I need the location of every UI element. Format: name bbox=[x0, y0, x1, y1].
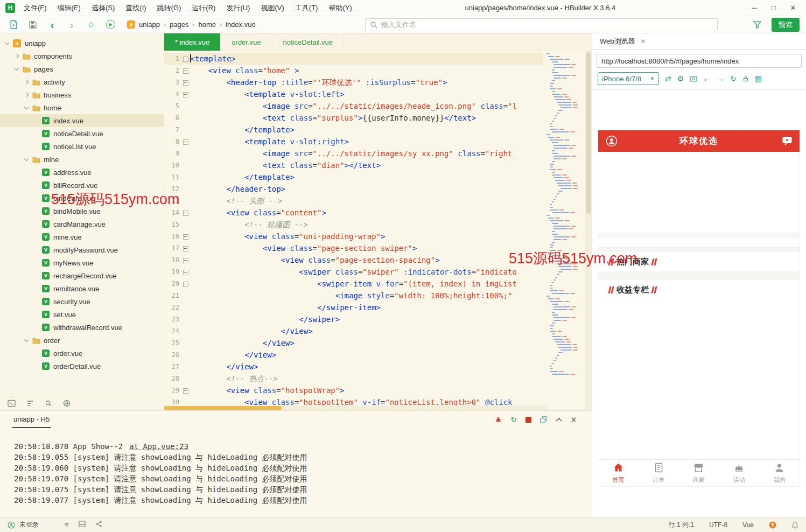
navigate-back-icon[interactable]: ‹ bbox=[45, 19, 59, 31]
favorite-icon[interactable]: ☆ bbox=[84, 19, 98, 31]
code-line[interactable]: 4 <template v-slot:left> bbox=[164, 88, 543, 100]
fold-marker[interactable] bbox=[183, 80, 190, 88]
code-line[interactable]: 13 <!-- 头部 --> bbox=[164, 195, 543, 207]
menu-item[interactable]: 发行(U) bbox=[221, 0, 255, 16]
refresh-icon[interactable]: ↻ bbox=[730, 74, 737, 83]
app-tab-shop[interactable]: 商家 bbox=[679, 460, 719, 486]
tree-file-modifyPassword.vue[interactable]: VmodifyPassword.vue bbox=[0, 243, 164, 256]
run-icon[interactable]: ▶ bbox=[103, 19, 117, 31]
menu-item[interactable]: 查找(I) bbox=[120, 0, 151, 16]
code-line[interactable]: 2 <view class="home" > bbox=[164, 65, 543, 76]
update-icon[interactable] bbox=[769, 521, 776, 529]
code-line[interactable]: 22 </swiper-item> bbox=[164, 302, 543, 313]
panel-icon[interactable] bbox=[79, 521, 86, 529]
code-line[interactable]: 24 </view> bbox=[164, 325, 543, 337]
code-line[interactable]: 15 <!-- 轮播图 --> bbox=[164, 219, 543, 230]
app-tab-activity[interactable]: 活动 bbox=[719, 460, 759, 486]
rotate-device-icon[interactable]: ⇄ bbox=[665, 74, 671, 83]
device-select[interactable]: iPhone 6/7/8 ▼ bbox=[598, 72, 659, 85]
language-mode[interactable]: Vue bbox=[742, 521, 754, 529]
code-line[interactable]: 18 <view class="page-section-spacing"> bbox=[164, 254, 543, 266]
code-area[interactable]: 1<template>2 <view class="home" >3 <head… bbox=[164, 51, 543, 410]
breadcrumb-item[interactable]: home bbox=[198, 20, 216, 29]
tree-file-set.vue[interactable]: Vset.vue bbox=[0, 308, 164, 321]
code-line[interactable]: 26 </view> bbox=[164, 349, 543, 361]
menu-item[interactable]: 帮助(Y) bbox=[323, 0, 357, 16]
tree-file-rechargeRecord.vue[interactable]: VrechargeRecord.vue bbox=[0, 269, 164, 282]
tree-folder-business[interactable]: business bbox=[0, 88, 164, 101]
code-line[interactable]: 20 <swiper-item v-for="(item, index) in … bbox=[164, 278, 543, 290]
notice-bar[interactable] bbox=[598, 237, 800, 248]
code-line[interactable]: 27 </view> bbox=[164, 361, 543, 373]
sync-icon[interactable] bbox=[63, 400, 71, 407]
tree-file-noticeDetail.vue[interactable]: VnoticeDetail.vue bbox=[0, 127, 164, 140]
avatar-icon[interactable] bbox=[606, 135, 618, 147]
chevron-right-icon[interactable] bbox=[15, 54, 19, 58]
chevron-down-icon[interactable] bbox=[24, 337, 29, 341]
chevron-right-icon[interactable] bbox=[24, 80, 29, 84]
browser-tab[interactable]: Web浏览器 bbox=[600, 37, 635, 46]
menu-item[interactable]: 编辑(E) bbox=[52, 0, 86, 16]
breadcrumb-item[interactable]: uniapp bbox=[139, 20, 160, 29]
banner-swiper[interactable] bbox=[598, 152, 800, 233]
editor-tab[interactable]: noticeDetail.vue bbox=[272, 33, 345, 51]
tree-file-remittance.vue[interactable]: Vremittance.vue bbox=[0, 282, 164, 295]
code-line[interactable]: 21 <image style="width: 100%;height:100%… bbox=[164, 290, 543, 302]
code-line[interactable]: 16 <view class="uni-padding-wrap"> bbox=[164, 230, 543, 242]
menu-item[interactable]: 跳转(G) bbox=[152, 0, 187, 16]
code-line[interactable]: 29 <view class="hotspotWrap"> bbox=[164, 384, 543, 396]
fold-marker[interactable] bbox=[183, 92, 190, 100]
editor-tab[interactable]: order.vue bbox=[221, 33, 272, 51]
sort-icon[interactable] bbox=[26, 400, 34, 407]
tree-root-uniapp[interactable]: u uniapp bbox=[0, 37, 164, 50]
tree-folder-activity[interactable]: activity bbox=[0, 75, 164, 88]
chevron-down-icon[interactable] bbox=[24, 104, 29, 109]
breadcrumb-item[interactable]: index.vue bbox=[226, 20, 256, 29]
bell-icon[interactable] bbox=[791, 521, 798, 529]
debug-icon[interactable] bbox=[495, 416, 502, 423]
tree-folder-pages[interactable]: pages bbox=[0, 62, 164, 75]
close-icon[interactable]: ✕ bbox=[641, 38, 646, 45]
tree-folder-home[interactable]: home bbox=[0, 101, 164, 114]
scrollbar-thumb[interactable] bbox=[586, 52, 591, 214]
close-button[interactable]: ✕ bbox=[783, 0, 803, 16]
detach-icon[interactable] bbox=[540, 416, 547, 423]
login-status[interactable]: 未登录 bbox=[19, 520, 39, 529]
vertical-scrollbar[interactable] bbox=[585, 51, 592, 410]
code-line[interactable]: 12 </header-top> bbox=[164, 183, 543, 195]
code-line[interactable]: 3 <header-top :title="'环球优选'" :isSurplus… bbox=[164, 76, 543, 88]
share-icon[interactable] bbox=[95, 521, 102, 529]
tree-file-noticeList.vue[interactable]: VnoticeList.vue bbox=[0, 140, 164, 153]
navigate-forward-icon[interactable]: › bbox=[65, 19, 79, 31]
stop-icon[interactable] bbox=[525, 417, 531, 423]
horizontal-scrollbar[interactable] bbox=[164, 405, 546, 410]
code-line[interactable]: 10 <text class="dian"></text> bbox=[164, 159, 543, 171]
message-icon[interactable] bbox=[782, 136, 793, 146]
restart-icon[interactable]: ↻ bbox=[510, 415, 517, 424]
code-line[interactable]: 6 <text class="surplus">{{userInfo.money… bbox=[164, 112, 543, 124]
editor-tab[interactable]: * index.vue bbox=[164, 33, 221, 51]
lock-icon[interactable] bbox=[742, 75, 749, 82]
code-line[interactable]: 19 <swiper class="swiper" :indicator-dot… bbox=[164, 266, 543, 278]
code-line[interactable]: 25 </view> bbox=[164, 337, 543, 349]
url-input[interactable] bbox=[597, 57, 801, 65]
menu-item[interactable]: 视图(V) bbox=[255, 0, 289, 16]
clear-console-icon[interactable]: ✕ bbox=[571, 416, 577, 424]
scrollbar-thumb[interactable] bbox=[164, 406, 282, 410]
code-line[interactable]: 8 <template v-slot:right> bbox=[164, 136, 543, 148]
fold-marker[interactable] bbox=[183, 388, 190, 396]
chevron-down-icon[interactable] bbox=[24, 156, 29, 160]
search-files-icon[interactable] bbox=[45, 400, 52, 407]
fold-marker[interactable] bbox=[183, 68, 190, 76]
minimize-button[interactable]: ─ bbox=[745, 0, 764, 16]
chevron-down-icon[interactable] bbox=[5, 40, 9, 44]
menu-item[interactable]: 运行(R) bbox=[186, 0, 221, 16]
encoding[interactable]: UTF-8 bbox=[709, 521, 727, 529]
code-line[interactable]: 1<template> bbox=[164, 53, 543, 65]
fold-marker[interactable] bbox=[183, 139, 190, 148]
tree-file-cardManage.vue[interactable]: VcardManage.vue bbox=[0, 218, 164, 230]
code-line[interactable]: 17 <view class="page-section swiper"> bbox=[164, 242, 543, 254]
tree-file-orderDetail.vue[interactable]: VorderDetail.vue bbox=[0, 360, 164, 373]
fold-marker[interactable] bbox=[183, 269, 190, 278]
tree-file-mine.vue[interactable]: Vmine.vue bbox=[0, 230, 164, 243]
